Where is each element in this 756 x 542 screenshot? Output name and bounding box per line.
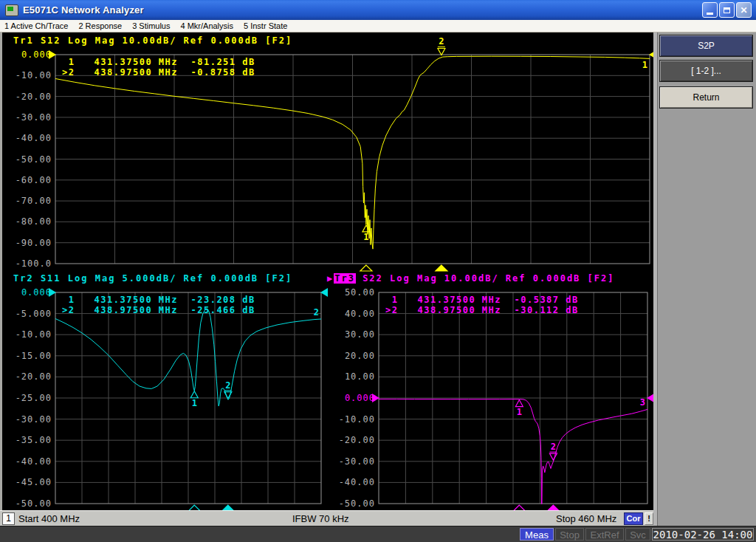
y-tick-tr3-0: 50.00 [331, 287, 375, 298]
y-tick-tr3-3: 20.00 [331, 351, 375, 361]
minimize-button[interactable] [702, 2, 718, 18]
y-tick-tr1-3: -30.00 [7, 112, 52, 123]
marker-1-label: 1 [363, 232, 368, 242]
softkey-scrollbar[interactable] [653, 32, 658, 526]
status-bar: 1 Start 400 MHz IFBW 70 kHz Stop 460 MHz… [0, 510, 653, 526]
y-tick-tr2-10: -50.00 [7, 498, 52, 509]
y-tick-tr1-9: -90.00 [7, 238, 52, 248]
marker-2-icon [438, 48, 445, 55]
app-icon [5, 4, 18, 16]
alert-badge: ! [645, 512, 653, 525]
softkey-1-2[interactable]: [ 1-2 ]... [659, 60, 753, 82]
marker-1-icon [515, 400, 523, 407]
y-tick-tr3-8: -30.00 [331, 456, 375, 467]
minimize-icon [707, 13, 713, 15]
menu-item-active-ch-trace[interactable]: 1 Active Ch/Trace [4, 21, 68, 30]
instrument-status-bar: Meas Stop ExtRef Svc 2010-02-26 14:00 [0, 526, 756, 542]
y-tick-tr3-2: 30.00 [331, 329, 375, 340]
active-trace-label: Tr3 [334, 273, 356, 284]
restore-button[interactable] [719, 2, 735, 18]
y-tick-tr2-5: -25.00 [7, 393, 52, 403]
y-tick-tr1-7: -70.00 [7, 196, 52, 206]
y-tick-tr1-2: -20.00 [7, 92, 52, 102]
marker-2-label: 2 [551, 442, 556, 452]
marker-2-icon [549, 453, 557, 460]
menu-item-instr-state[interactable]: 5 Instr State [244, 21, 287, 30]
stimulus-marker-2-icon [436, 265, 447, 271]
y-tick-tr1-4: -40.00 [7, 133, 52, 143]
menu-item-response[interactable]: 2 Response [78, 21, 122, 30]
menu-item-mkr-analysis[interactable]: 4 Mkr/Analysis [180, 21, 233, 30]
y-tick-tr1-0: 0.000 [7, 49, 52, 60]
marker-1-label: 1 [517, 407, 522, 417]
y-tick-tr2-6: -30.00 [7, 414, 52, 425]
chart-title-tr3: ▶Tr3 S22 Log Mag 10.00dB/ Ref 0.000dB [F… [327, 273, 614, 284]
y-tick-tr3-10: -50.00 [331, 498, 375, 509]
restore-icon [724, 7, 730, 13]
y-tick-tr3-1: 40.00 [331, 309, 375, 319]
y-tick-tr3-9: -40.00 [331, 477, 375, 487]
channel-indicator: 1 [2, 512, 15, 525]
marker-2-label: 2 [439, 36, 444, 47]
start-frequency-label: Start 400 MHz [18, 513, 80, 524]
y-tick-tr2-9: -45.00 [7, 477, 52, 487]
trace-number-tr1: 1 [642, 60, 647, 70]
close-icon: ✕ [740, 6, 747, 15]
y-tick-tr3-4: 10.00 [331, 371, 375, 382]
e5071c-window: E5071C Network Analyzer ✕ 1 Active Ch/Tr… [0, 0, 756, 542]
stimulus-marker-1-icon [360, 265, 372, 271]
active-trace-arrow-icon: ▶ [327, 273, 334, 284]
y-tick-tr3-7: -20.00 [331, 435, 375, 445]
window-title: E5071C Network Analyzer [23, 4, 702, 16]
marker-readout-tr3: 1 431.37500 MHz -0.5387 dB >2 438.97500 … [385, 295, 579, 315]
y-tick-tr2-3: -15.00 [7, 351, 52, 361]
y-tick-tr1-6: -60.00 [7, 175, 52, 185]
correction-badge: Cor [624, 512, 643, 525]
charts-area: 121Tr1 S12 Log Mag 10.00dB/ Ref 0.000dB … [0, 32, 653, 510]
stop-status-badge: Stop [555, 528, 584, 541]
chart-title-text: S22 Log Mag 10.00dB/ Ref 0.000dB [F2] [356, 273, 615, 284]
title-bar: E5071C Network Analyzer ✕ [0, 0, 756, 20]
marker-readout-tr2: 1 431.37500 MHz -23.208 dB >2 438.97500 … [62, 295, 255, 315]
y-tick-tr2-8: -40.00 [7, 456, 52, 467]
y-tick-tr1-1: -10.00 [7, 70, 52, 80]
y-tick-tr1-8: -80.00 [7, 216, 52, 227]
meas-status-badge: Meas [520, 528, 554, 541]
marker-1-label: 1 [192, 398, 197, 408]
softkey-sidebar: S2P [ 1-2 ]... Return [653, 32, 756, 526]
svc-status-badge: Svc [625, 528, 650, 541]
y-tick-tr3-5: 0.000 [331, 393, 375, 403]
close-button[interactable]: ✕ [736, 2, 752, 18]
chart-title-tr1: Tr1 S12 Log Mag 10.00dB/ Ref 0.000dB [F2… [13, 35, 292, 46]
softkey-return[interactable]: Return [659, 86, 753, 109]
y-tick-tr3-6: -10.00 [331, 414, 375, 425]
chart-title-tr2: Tr2 S11 Log Mag 5.000dB/ Ref 0.000dB [F2… [13, 273, 292, 284]
y-tick-tr1-5: -50.00 [7, 154, 52, 165]
menu-bar: 1 Active Ch/Trace 2 Response 3 Stimulus … [0, 20, 756, 32]
marker-1-icon [190, 391, 198, 398]
trace-number-tr3: 3 [640, 397, 645, 408]
y-tick-tr2-4: -20.00 [7, 371, 52, 382]
y-tick-tr2-0: 0.000 [7, 287, 52, 298]
y-tick-tr2-1: -5.000 [7, 309, 52, 319]
y-tick-tr2-7: -35.00 [7, 435, 52, 445]
extref-status-badge: ExtRef [585, 528, 624, 541]
y-tick-tr1-10: -100.0 [7, 258, 52, 269]
ifbw-label: IFBW 70 kHz [292, 513, 349, 524]
y-tick-tr2-2: -10.00 [7, 329, 52, 340]
marker-2-label: 2 [225, 380, 230, 391]
trace-number-tr2: 2 [314, 307, 319, 318]
window-controls: ✕ [702, 2, 752, 18]
stop-frequency-label: Stop 460 MHz [556, 513, 616, 524]
marker-readout-tr1: 1 431.37500 MHz -81.251 dB >2 438.97500 … [62, 57, 255, 78]
datetime-display: 2010-02-26 14:00 [652, 528, 754, 541]
menu-item-stimulus[interactable]: 3 Stimulus [132, 21, 170, 30]
softkey-s2p[interactable]: S2P [659, 35, 753, 57]
